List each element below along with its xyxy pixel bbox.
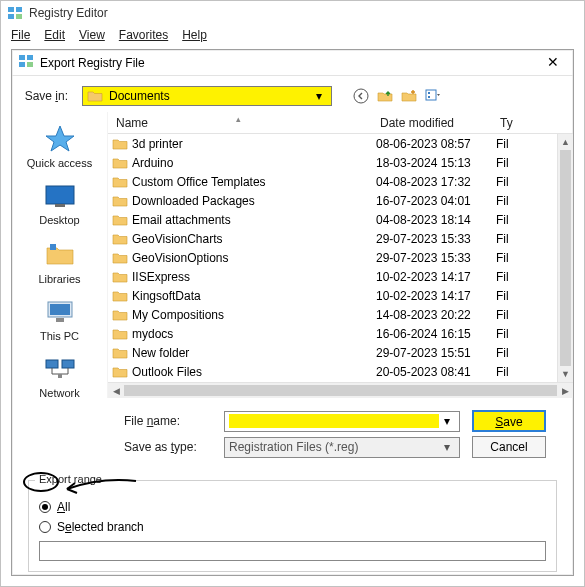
save-in-dropdown-arrow[interactable]: ▾: [311, 89, 327, 103]
save-as-type-value: Registration Files (*.reg): [229, 440, 439, 454]
place-this-pc[interactable]: This PC: [20, 295, 100, 346]
svg-rect-13: [55, 204, 65, 207]
file-row[interactable]: KingsoftData10-02-2023 14:17Fil: [108, 286, 557, 305]
file-name: mydocs: [132, 327, 376, 341]
file-date: 18-03-2024 15:13: [376, 156, 496, 170]
save-as-type-dropdown-arrow[interactable]: ▾: [439, 440, 455, 454]
selected-branch-input[interactable]: [39, 541, 546, 561]
save-in-combo[interactable]: Documents ▾: [82, 86, 332, 106]
fields-area: File name: ▾ Save Save as type: Registra…: [12, 398, 573, 466]
save-as-type-combo[interactable]: Registration Files (*.reg) ▾: [224, 437, 460, 458]
radio-dot: [42, 504, 48, 510]
file-name-value: [229, 414, 439, 428]
menu-view[interactable]: View: [73, 27, 111, 43]
hscroll-left-arrow[interactable]: ◀: [108, 386, 124, 396]
place-quick-access[interactable]: Quick access: [20, 120, 100, 173]
radio-all[interactable]: [39, 501, 51, 513]
file-type: Fil: [496, 289, 524, 303]
file-name: IISExpress: [132, 270, 376, 284]
file-type: Fil: [496, 327, 524, 341]
folder-icon: [112, 289, 128, 303]
svg-rect-19: [62, 360, 74, 368]
scroll-down-arrow[interactable]: ▼: [558, 366, 573, 382]
save-in-value: Documents: [109, 89, 305, 103]
file-name: Email attachments: [132, 213, 376, 227]
file-name-combo[interactable]: ▾: [224, 411, 460, 432]
svg-rect-5: [27, 55, 33, 60]
scroll-up-arrow[interactable]: ▲: [558, 134, 573, 150]
svg-rect-20: [58, 374, 62, 378]
file-row[interactable]: My Compositions14-08-2023 20:22Fil: [108, 305, 557, 324]
up-one-level-icon[interactable]: [376, 87, 394, 105]
file-row[interactable]: Email attachments04-08-2023 18:14Fil: [108, 210, 557, 229]
menu-help[interactable]: Help: [176, 27, 213, 43]
file-row[interactable]: mydocs16-06-2024 16:15Fil: [108, 324, 557, 343]
file-row[interactable]: Custom Office Templates04-08-2023 17:32F…: [108, 172, 557, 191]
column-type[interactable]: Ty: [492, 116, 573, 130]
cancel-button[interactable]: Cancel: [472, 436, 546, 458]
new-folder-icon[interactable]: [400, 87, 418, 105]
scroll-thumb[interactable]: [560, 150, 571, 366]
file-date: 29-07-2023 15:51: [376, 346, 496, 360]
quick-access-icon: [43, 124, 77, 155]
file-name-label: File name:: [124, 414, 212, 428]
svg-rect-10: [428, 92, 430, 94]
folder-icon: [112, 175, 128, 189]
file-row[interactable]: Arduino18-03-2024 15:13Fil: [108, 153, 557, 172]
file-row[interactable]: IISExpress10-02-2023 14:17Fil: [108, 267, 557, 286]
radio-selected-branch[interactable]: [39, 521, 51, 533]
back-icon[interactable]: [352, 87, 370, 105]
column-date[interactable]: Date modified: [372, 116, 492, 130]
svg-rect-1: [16, 7, 22, 12]
view-menu-icon[interactable]: [424, 87, 442, 105]
file-name: GeoVisionOptions: [132, 251, 376, 265]
menu-bar: File Edit View Favorites Help: [1, 25, 584, 45]
svg-rect-16: [50, 304, 70, 315]
place-libraries[interactable]: Libraries: [20, 236, 100, 289]
file-row[interactable]: Downloaded Packages16-07-2023 04:01Fil: [108, 191, 557, 210]
hscroll-thumb[interactable]: [124, 385, 557, 396]
file-row[interactable]: 3d printer08-06-2023 08:57Fil: [108, 134, 557, 153]
radio-all-row: All: [39, 497, 546, 517]
save-in-row: Save in: Documents ▾: [12, 76, 573, 112]
file-row[interactable]: GeoVisionOptions29-07-2023 15:33Fil: [108, 248, 557, 267]
file-row[interactable]: Outlook Files20-05-2023 08:41Fil: [108, 362, 557, 381]
place-network[interactable]: Network: [20, 352, 100, 403]
menu-edit[interactable]: Edit: [38, 27, 71, 43]
file-date: 29-07-2023 15:33: [376, 232, 496, 246]
svg-rect-11: [428, 96, 430, 98]
export-dialog: Export Registry File ✕ Save in: Document…: [11, 49, 574, 576]
file-date: 16-06-2024 16:15: [376, 327, 496, 341]
radio-selected-branch-label[interactable]: Selected branch: [57, 520, 144, 534]
horizontal-scrollbar[interactable]: ◀ ▶: [108, 382, 573, 398]
file-type: Fil: [496, 213, 524, 227]
file-type: Fil: [496, 194, 524, 208]
vertical-scrollbar[interactable]: ▲ ▼: [557, 134, 573, 382]
file-date: 14-08-2023 20:22: [376, 308, 496, 322]
save-button[interactable]: Save: [472, 410, 546, 432]
dialog-close-button[interactable]: ✕: [539, 53, 567, 73]
menu-favorites[interactable]: Favorites: [113, 27, 174, 43]
place-desktop[interactable]: Desktop: [20, 179, 100, 230]
registry-editor-icon: [7, 5, 23, 21]
file-type: Fil: [496, 175, 524, 189]
registry-editor-window: Registry Editor File Edit View Favorites…: [0, 0, 585, 587]
file-type: Fil: [496, 346, 524, 360]
file-name: Outlook Files: [132, 365, 376, 379]
svg-rect-9: [426, 90, 436, 100]
this-pc-icon: [43, 299, 77, 328]
folder-icon: [112, 213, 128, 227]
places-bar: Quick access Desktop Libraries This PC N…: [12, 112, 108, 398]
file-name-dropdown-arrow[interactable]: ▾: [439, 414, 455, 428]
dialog-toolbar: [352, 87, 442, 105]
network-icon: [43, 356, 77, 385]
file-row[interactable]: GeoVisionCharts29-07-2023 15:33Fil: [108, 229, 557, 248]
radio-selected-branch-row: Selected branch: [39, 517, 546, 537]
hscroll-right-arrow[interactable]: ▶: [557, 386, 573, 396]
desktop-icon: [43, 183, 77, 212]
file-row[interactable]: New folder29-07-2023 15:51Fil: [108, 343, 557, 362]
file-date: 20-05-2023 08:41: [376, 365, 496, 379]
menu-file[interactable]: File: [5, 27, 36, 43]
radio-all-label[interactable]: All: [57, 500, 70, 514]
file-date: 29-07-2023 15:33: [376, 251, 496, 265]
